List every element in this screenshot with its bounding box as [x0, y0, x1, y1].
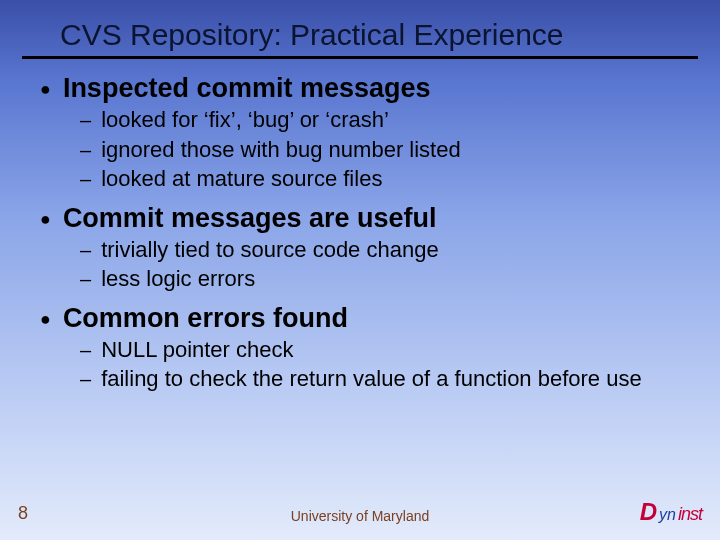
bullet-2-subs: – trivially tied to source code change –…: [80, 236, 690, 293]
bullet-1-subs: – looked for ‘fix’, ‘bug’ or ‘crash’ – i…: [80, 106, 690, 193]
dyninst-logo: Dyn inst: [640, 498, 702, 526]
logo-part-3: inst: [678, 504, 702, 525]
sub-item: – failing to check the return value of a…: [80, 365, 690, 393]
logo-part-2: yn: [659, 506, 676, 524]
footer: 8 University of Maryland Dyn inst: [0, 502, 720, 530]
dash-icon: –: [80, 109, 91, 132]
slide-content: ● Inspected commit messages – looked for…: [40, 73, 690, 393]
sub-item: – ignored those with bug number listed: [80, 136, 690, 164]
bullet-3-text: Common errors found: [63, 303, 348, 334]
sub-text: failing to check the return value of a f…: [101, 365, 642, 393]
dash-icon: –: [80, 368, 91, 391]
sub-text: looked for ‘fix’, ‘bug’ or ‘crash’: [101, 106, 389, 134]
sub-text: ignored those with bug number listed: [101, 136, 461, 164]
sub-text: trivially tied to source code change: [101, 236, 439, 264]
bullet-1-text: Inspected commit messages: [63, 73, 431, 104]
bullet-1: ● Inspected commit messages – looked for…: [40, 73, 690, 193]
dash-icon: –: [80, 339, 91, 362]
sub-text: less logic errors: [101, 265, 255, 293]
bullet-icon: ●: [40, 310, 51, 328]
bullet-3: ● Common errors found – NULL pointer che…: [40, 303, 690, 393]
page-number: 8: [18, 503, 28, 524]
sub-item: – looked at mature source files: [80, 165, 690, 193]
slide: CVS Repository: Practical Experience ● I…: [0, 0, 720, 540]
slide-title: CVS Repository: Practical Experience: [60, 18, 720, 52]
title-rule: [22, 56, 698, 59]
dash-icon: –: [80, 168, 91, 191]
logo-part-1: D: [640, 498, 657, 526]
bullet-2: ● Commit messages are useful – trivially…: [40, 203, 690, 293]
dash-icon: –: [80, 239, 91, 262]
bullet-icon: ●: [40, 80, 51, 98]
sub-item: – trivially tied to source code change: [80, 236, 690, 264]
bullet-3-subs: – NULL pointer check – failing to check …: [80, 336, 690, 393]
sub-text: NULL pointer check: [101, 336, 293, 364]
footer-org: University of Maryland: [291, 508, 430, 524]
dash-icon: –: [80, 268, 91, 291]
bullet-icon: ●: [40, 210, 51, 228]
sub-item: – looked for ‘fix’, ‘bug’ or ‘crash’: [80, 106, 690, 134]
sub-text: looked at mature source files: [101, 165, 382, 193]
dash-icon: –: [80, 139, 91, 162]
sub-item: – NULL pointer check: [80, 336, 690, 364]
bullet-2-text: Commit messages are useful: [63, 203, 437, 234]
sub-item: – less logic errors: [80, 265, 690, 293]
